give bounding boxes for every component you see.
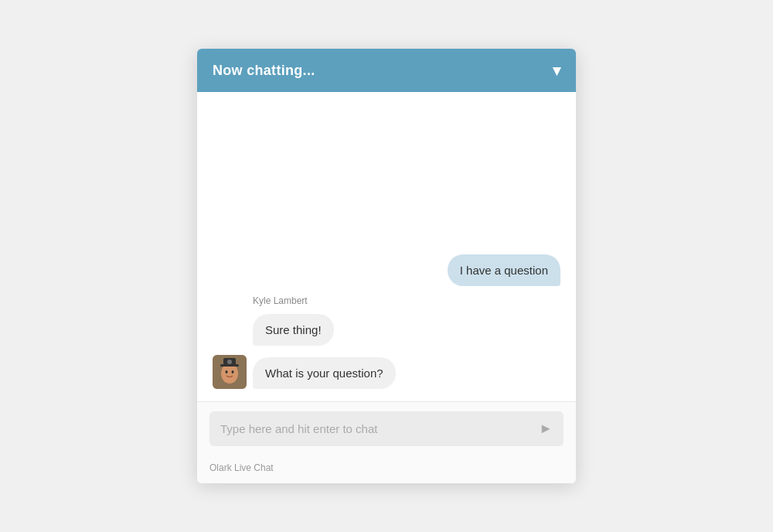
chat-input-area: ►	[197, 401, 576, 455]
chat-input[interactable]	[220, 422, 533, 435]
chat-input-row: ►	[209, 411, 564, 446]
footer-text: Olark Live Chat	[209, 462, 274, 473]
message-row: What is your question?	[213, 355, 560, 389]
message-bubble: I have a question	[448, 254, 560, 286]
send-icon[interactable]: ►	[539, 421, 553, 437]
avatar	[213, 355, 247, 389]
chat-header-title: Now chatting...	[213, 63, 315, 79]
chat-messages: I have a question Kyle Lambert Sure thin…	[197, 92, 576, 401]
chat-footer: Olark Live Chat	[197, 455, 576, 483]
svg-point-6	[227, 360, 232, 364]
message-row: I have a question	[213, 254, 560, 286]
message-bubble: What is your question?	[253, 357, 396, 389]
message-bubble: Sure thing!	[253, 314, 334, 346]
chat-header: Now chatting... ▾	[197, 49, 576, 92]
svg-point-2	[226, 370, 228, 373]
chat-widget: Now chatting... ▾ I have a question Kyle…	[197, 49, 576, 483]
svg-point-3	[232, 370, 234, 373]
chevron-down-icon[interactable]: ▾	[553, 61, 560, 80]
agent-name: Kyle Lambert	[253, 295, 560, 306]
message-row: Sure thing!	[213, 314, 560, 346]
